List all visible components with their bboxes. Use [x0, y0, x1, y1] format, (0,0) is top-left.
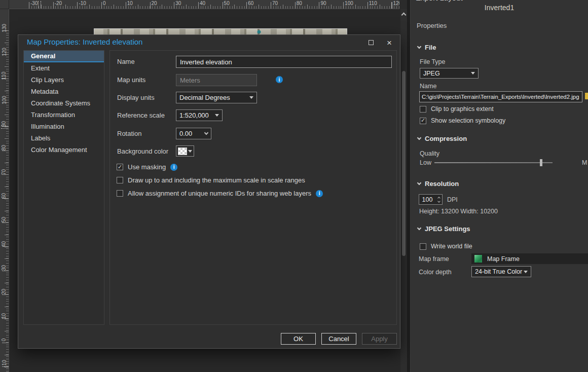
- ok-button[interactable]: OK: [281, 333, 316, 345]
- ruler-top-label: 110: [369, 1, 377, 6]
- dpi-spinner[interactable]: 100: [419, 194, 443, 205]
- ruler-left-label-text: 20: [2, 289, 7, 294]
- show-selection-label: Show selection symbology: [431, 117, 505, 124]
- ruler-left-label-text: 70: [2, 169, 7, 175]
- ruler-top-label: 70: [272, 1, 278, 6]
- sidebar-item-color-management[interactable]: Color Management: [24, 144, 104, 156]
- sidebar-item-illumination[interactable]: Illumination: [24, 121, 104, 132]
- ruler-left: 1301201101009080706050403020100-10: [0, 9, 9, 372]
- jpeg-settings-section-header[interactable]: JPEG Settings: [418, 225, 470, 233]
- info-icon: i: [170, 164, 177, 171]
- sidebar-item-clip-layers[interactable]: Clip Layers: [24, 74, 104, 86]
- background-color-picker[interactable]: [176, 145, 194, 157]
- ruler-left-label: 50: [0, 215, 9, 225]
- ruler-left-label: -10: [0, 359, 9, 369]
- unique-ids-checkbox[interactable]: [117, 190, 123, 197]
- ruler-left-label: 40: [0, 239, 9, 249]
- pane-divider[interactable]: [407, 0, 411, 372]
- ruler-left-label: 110: [0, 71, 9, 81]
- name-input[interactable]: Inverted elevation: [176, 56, 392, 68]
- ruler-top-label: -10: [79, 1, 86, 6]
- browse-folder-icon[interactable]: [585, 94, 588, 99]
- scrollbar-thumb[interactable]: [402, 71, 406, 256]
- info-icon: i: [276, 76, 283, 83]
- ruler-left-label: 90: [0, 119, 9, 129]
- ruler-left-label: 120: [0, 47, 9, 57]
- file-name-label: Name: [420, 83, 436, 90]
- ruler-left-label: 70: [0, 167, 9, 177]
- clip-graphics-checkbox[interactable]: [420, 106, 426, 113]
- reference-scale-dropdown[interactable]: 1:520,000: [176, 109, 223, 121]
- quality-slider[interactable]: [434, 162, 553, 163]
- close-icon: ×: [387, 39, 392, 47]
- display-units-dropdown[interactable]: Decimal Degrees: [176, 92, 257, 103]
- display-units-label: Display units: [117, 94, 155, 101]
- cancel-button[interactable]: Cancel: [321, 333, 356, 345]
- map-frame-selector[interactable]: Map Frame: [471, 253, 588, 264]
- file-path-input[interactable]: C:\gis\Projects\Terrain\Terrain_Exports\…: [419, 91, 582, 102]
- file-section-label: File: [425, 44, 436, 51]
- ruler-top-label: -20: [55, 1, 62, 6]
- ruler-left-label-text: 60: [2, 193, 7, 199]
- maximize-button[interactable]: [364, 38, 378, 47]
- quality-slider-thumb[interactable]: [540, 159, 542, 166]
- spinner-arrows[interactable]: [435, 195, 442, 204]
- close-button[interactable]: ×: [383, 38, 396, 47]
- dpi-label: DPI: [447, 196, 458, 203]
- write-world-file-row[interactable]: Write world file: [420, 243, 472, 250]
- dpi-value: 100: [419, 196, 435, 203]
- map-frame-icon: [474, 255, 482, 263]
- dialog-title: Map Properties: Inverted elevation: [27, 38, 142, 46]
- sidebar-item-general[interactable]: General: [24, 51, 104, 62]
- jpeg-settings-section-label: JPEG Settings: [425, 225, 470, 233]
- ruler-top-label: 80: [297, 1, 302, 6]
- ruler-left-label: 10: [0, 311, 9, 321]
- color-depth-value: 24-bit True Color: [475, 268, 522, 275]
- write-world-file-checkbox[interactable]: [420, 243, 426, 250]
- sidebar-item-transformation[interactable]: Transformation: [24, 109, 104, 121]
- scroll-up-icon[interactable]: [401, 13, 407, 18]
- map-units-label: Map units: [117, 76, 145, 84]
- chevron-down-icon: [204, 131, 208, 135]
- reference-scale-value: 1:520,000: [179, 111, 209, 119]
- file-type-dropdown[interactable]: JPEG: [420, 68, 479, 79]
- show-selection-checkbox[interactable]: [420, 118, 426, 124]
- ruler-top-label: 20: [152, 1, 157, 6]
- dropdown-arrow-icon: [249, 96, 253, 99]
- draw-max-scale-row[interactable]: Draw up to and including the maximum sca…: [117, 176, 305, 184]
- compression-section-label: Compression: [425, 135, 467, 142]
- spinner-up-icon[interactable]: [437, 197, 440, 200]
- map-units-input: Meters: [176, 74, 257, 86]
- ruler-left-label-text: 30: [2, 265, 7, 271]
- file-type-label: File Type: [420, 58, 446, 65]
- color-depth-dropdown[interactable]: 24-bit True Color: [471, 266, 531, 277]
- collapse-chevron-icon: [417, 226, 421, 230]
- clip-graphics-row[interactable]: Clip to graphics extent: [420, 105, 494, 113]
- sidebar-item-coordinate-systems[interactable]: Coordinate Systems: [24, 97, 104, 109]
- spinner-down-icon[interactable]: [437, 200, 440, 203]
- use-masking-row[interactable]: Use masking i: [117, 163, 177, 171]
- resolution-section-header[interactable]: Resolution: [418, 180, 459, 188]
- sidebar-item-labels[interactable]: Labels: [24, 132, 104, 144]
- collapse-chevron-icon: [417, 135, 421, 139]
- vertical-scrollbar[interactable]: [400, 9, 407, 372]
- ruler-top-label: 10: [127, 1, 133, 6]
- ruler-left-label: 30: [0, 263, 9, 273]
- ruler-left-label-text: 0: [2, 339, 7, 342]
- ruler-left-label: 80: [0, 143, 9, 153]
- draw-max-scale-label: Draw up to and including the maximum sca…: [128, 176, 305, 184]
- rotation-dropdown[interactable]: 0.00: [176, 128, 211, 139]
- show-selection-row[interactable]: Show selection symbology: [420, 117, 505, 124]
- ruler-top-label: 40: [200, 1, 205, 6]
- sidebar-item-metadata[interactable]: Metadata: [24, 86, 104, 97]
- write-world-file-label: Write world file: [431, 243, 472, 250]
- color-depth-label: Color depth: [419, 269, 452, 276]
- unique-ids-row[interactable]: Allow assignment of unique numeric IDs f…: [117, 190, 323, 197]
- file-section-header[interactable]: File: [418, 44, 436, 51]
- ruler-left-label-text: 80: [2, 145, 7, 151]
- use-masking-checkbox[interactable]: [117, 164, 123, 170]
- export-item-title: Inverted1: [411, 4, 588, 12]
- compression-section-header[interactable]: Compression: [418, 135, 467, 142]
- draw-max-scale-checkbox[interactable]: [117, 177, 123, 183]
- sidebar-item-extent[interactable]: Extent: [24, 62, 104, 74]
